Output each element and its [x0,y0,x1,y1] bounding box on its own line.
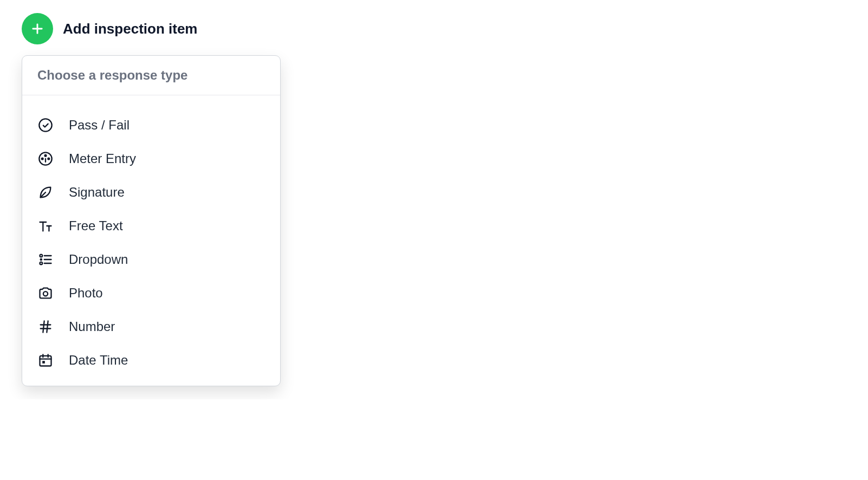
option-dropdown[interactable]: Dropdown [37,243,265,276]
svg-point-18 [43,291,48,296]
add-inspection-item-button[interactable]: Add inspection item [22,13,846,44]
option-label: Free Text [69,218,123,233]
option-pass-fail[interactable]: Pass / Fail [37,108,265,142]
camera-icon [37,285,54,301]
svg-point-5 [42,158,43,160]
option-signature[interactable]: Signature [37,176,265,209]
svg-point-14 [41,259,42,260]
svg-point-6 [48,158,49,160]
option-label: Photo [69,286,103,301]
meter-icon [37,151,54,167]
option-label: Meter Entry [69,151,136,166]
svg-rect-27 [42,361,45,364]
calendar-icon [37,352,54,368]
option-label: Number [69,319,115,334]
list-icon [37,251,54,268]
leaf-icon [37,184,54,200]
svg-point-2 [39,119,51,131]
option-number[interactable]: Number [37,310,265,343]
svg-point-16 [40,262,43,265]
hash-icon [37,319,54,335]
svg-point-12 [40,255,43,257]
svg-line-22 [47,321,48,333]
option-free-text[interactable]: Free Text [37,209,265,243]
text-icon [37,218,54,234]
svg-rect-23 [40,356,51,366]
svg-line-21 [43,321,44,333]
option-label: Date Time [69,353,128,368]
option-label: Signature [69,185,125,200]
plus-icon [22,13,53,44]
options-list: Pass / Fail Meter Entry S [22,95,280,386]
option-date-time[interactable]: Date Time [37,343,265,377]
add-inspection-item-label: Add inspection item [63,21,197,37]
check-circle-icon [37,117,54,133]
option-photo[interactable]: Photo [37,276,265,310]
svg-point-4 [45,155,47,157]
option-label: Pass / Fail [69,118,129,133]
dropdown-title: Choose a response type [22,56,280,95]
option-label: Dropdown [69,252,128,267]
option-meter-entry[interactable]: Meter Entry [37,142,265,176]
response-type-dropdown: Choose a response type Pass / Fail [22,55,281,386]
